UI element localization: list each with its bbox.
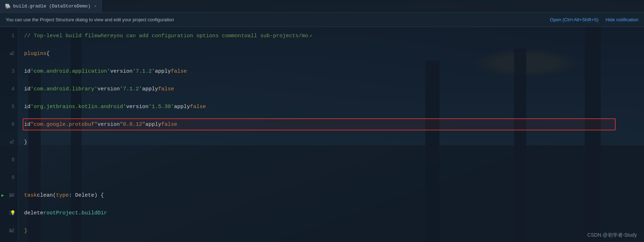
line-number-11: 💡11 [0, 204, 18, 222]
code-token: false [158, 86, 174, 92]
code-token: where [97, 33, 113, 39]
open-project-structure-link[interactable]: Open (Ctrl+Alt+Shift+S) [550, 17, 599, 22]
code-line-10: task clean(type: Delete) { [24, 186, 644, 204]
code-token: clean( [37, 192, 56, 198]
code-line-5: id 'org.jetbrains.kotlin.android' versio… [24, 98, 644, 116]
tab-build-gradle[interactable]: 🐘 build.gradle (DataStoreDemo) × [0, 0, 102, 12]
code-line-11: delete rootProject.buildDir [24, 204, 644, 222]
watermark: CSDN @初学者-Study [587, 232, 637, 238]
code-token: version [97, 86, 120, 92]
code-token: buildDir [82, 210, 107, 216]
code-token: 'com.android.library' [30, 86, 97, 92]
line-number-10: ▶⊟10 [0, 186, 18, 204]
line-num-text-6: 6 [12, 122, 15, 127]
line-num-text-5: 5 [12, 104, 15, 109]
line-number-2: ⊟2 [0, 45, 18, 62]
code-line-7: } [24, 133, 644, 151]
code-line-2: plugins { [24, 45, 644, 62]
code-token: '1.5.30' [149, 104, 174, 110]
code-line-4: id 'com.android.library' version '7.1.2'… [24, 80, 644, 98]
line-number-3: 3 [0, 62, 18, 80]
line-num-text-1: 1 [12, 33, 15, 39]
code-token: rootProject [43, 210, 78, 216]
notification-bar: You can use the Project Structure dialog… [0, 13, 644, 27]
line-number-6: 6 [0, 116, 18, 133]
lightbulb-icon[interactable]: 💡 [10, 210, 16, 216]
code-content[interactable]: // Top-level build file where you can ad… [18, 27, 644, 242]
code-token: "0.8.12" [120, 122, 145, 128]
code-token: false [190, 104, 206, 110]
line-num-text-4: 4 [12, 86, 15, 92]
code-line-8 [24, 151, 644, 169]
line-number-12: ⊟12 [0, 222, 18, 240]
code-token: apply [155, 68, 171, 74]
code-token: '7.1.2' [133, 68, 155, 74]
code-token: } [24, 228, 27, 234]
code-token: id [24, 86, 30, 92]
tab-bar: 🐘 build.gradle (DataStoreDemo) × [0, 0, 644, 13]
line-numbers-gutter: 1⊟23456⊟789▶⊟10💡11⊟12 [0, 27, 18, 242]
code-token: version [97, 122, 120, 128]
code-token: } [24, 139, 27, 145]
green-check-icon: ✓ [309, 33, 312, 39]
code-token: to [241, 33, 247, 39]
tab-close-button[interactable]: × [94, 4, 96, 9]
code-token: id [24, 104, 30, 110]
code-token: you can add configuration options common [113, 33, 241, 39]
fold-indicator-icon[interactable]: ⊟ [10, 193, 12, 198]
line-number-5: 5 [0, 98, 18, 116]
code-token: id [24, 122, 30, 128]
line-number-8: 8 [0, 151, 18, 169]
notification-text: You can use the Project Structure dialog… [6, 17, 174, 22]
code-line-6: id "com.google.protobuf" version "0.8.12… [24, 116, 644, 133]
code-token: apply [142, 86, 158, 92]
code-token: plugins [24, 51, 46, 57]
code-token: task [24, 192, 37, 198]
line-number-4: 4 [0, 80, 18, 98]
line-num-text-3: 3 [12, 68, 15, 74]
editor-container: 🐘 build.gradle (DataStoreDemo) × You can… [0, 0, 644, 242]
code-line-1: // Top-level build file where you can ad… [24, 27, 644, 45]
code-token: apply [174, 104, 190, 110]
code-token: : Delete) { [69, 192, 104, 198]
gradle-icon: 🐘 [5, 3, 11, 9]
code-token: apply [145, 122, 161, 128]
code-token: type [56, 192, 69, 198]
fold-indicator-icon[interactable]: ⊟ [10, 140, 12, 145]
line-number-7: ⊟7 [0, 133, 18, 151]
hide-notification-link[interactable]: Hide notification [606, 17, 639, 22]
code-token: version [126, 104, 149, 110]
code-token: // Top-level build file [24, 33, 97, 39]
tab-label: build.gradle (DataStoreDemo) [13, 4, 90, 9]
code-token: false [161, 122, 177, 128]
code-token: all sub-projects/mo [247, 33, 308, 39]
code-token: . [78, 210, 82, 216]
notification-actions: Open (Ctrl+Alt+Shift+S) Hide notificatio… [550, 17, 638, 22]
code-line-3: id 'com.android.application' version '7.… [24, 62, 644, 80]
code-token: "com.google.protobuf" [30, 122, 97, 128]
code-line-12: } [24, 222, 644, 240]
line-num-text-9: 9 [12, 175, 15, 180]
fold-indicator-icon[interactable]: ⊟ [10, 51, 12, 56]
fold-indicator-icon[interactable]: ⊟ [10, 229, 12, 233]
code-token: delete [24, 210, 43, 216]
line-num-text-8: 8 [12, 157, 15, 163]
line-number-1: 1 [0, 27, 18, 45]
code-token: { [46, 51, 50, 57]
code-token: false [171, 68, 187, 74]
code-token: '7.1.2' [120, 86, 142, 92]
line-number-9: 9 [0, 169, 18, 186]
code-token: version [110, 68, 133, 74]
code-token: id [24, 68, 30, 74]
run-indicator-icon[interactable]: ▶ [1, 193, 4, 198]
code-line-9 [24, 169, 644, 186]
code-editor: 1⊟23456⊟789▶⊟10💡11⊟12 // Top-level build… [0, 27, 644, 242]
code-token: 'org.jetbrains.kotlin.android' [30, 104, 126, 110]
code-token: 'com.android.application' [30, 68, 110, 74]
